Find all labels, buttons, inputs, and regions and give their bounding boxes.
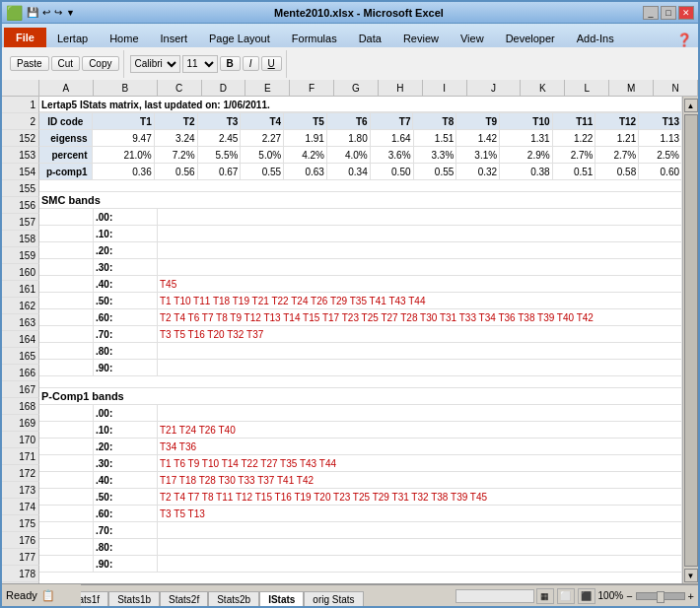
cell-r163-c[interactable]: T2 T4 T6 T7 T8 T9 T12 T13 T14 T15 T17 T2…	[158, 309, 682, 325]
sheet-tab-stats2f[interactable]: Stats2f	[160, 591, 208, 607]
cell-r2-t2[interactable]: T2	[155, 113, 198, 129]
cell-r171-a[interactable]	[39, 439, 94, 454]
vertical-scrollbar[interactable]: ▲ ▼	[682, 97, 698, 584]
tab-review[interactable]: Review	[392, 28, 450, 47]
cell-r173-b[interactable]: .40:	[94, 472, 158, 488]
font-select[interactable]: Calibri	[130, 55, 180, 73]
cell-r157-a[interactable]	[39, 209, 94, 225]
row-num-173[interactable]: 173	[2, 482, 39, 499]
cell-r2-t4[interactable]: T4	[241, 113, 284, 129]
cell-r175-c[interactable]: T3 T5 T13	[158, 506, 682, 521]
col-header-e[interactable]: E	[245, 80, 290, 96]
row-num-178[interactable]: 178	[2, 566, 39, 582]
cell-r166-rest[interactable]	[158, 360, 682, 375]
cell-r154-t9[interactable]: 0.32	[456, 164, 500, 179]
cell-r162-c[interactable]: T1 T10 T11 T18 T19 T21 T22 T24 T26 T29 T…	[158, 293, 682, 308]
col-header-i[interactable]: I	[423, 80, 467, 96]
col-header-m[interactable]: M	[609, 80, 654, 96]
row-num-157[interactable]: 157	[2, 214, 39, 231]
row-num-152[interactable]: 152	[2, 130, 39, 147]
cell-r168-pcomp1bands[interactable]: P-Comp1 bands	[39, 388, 682, 404]
cell-r153-t2[interactable]: 7.2%	[155, 147, 198, 163]
zoom-slider[interactable]	[636, 592, 685, 600]
row-num-153[interactable]: 153	[2, 147, 39, 164]
cell-r1-title[interactable]: Lertap5 IStats matrix, last updated on: …	[39, 97, 682, 112]
col-header-h[interactable]: H	[379, 80, 423, 96]
col-header-d[interactable]: D	[202, 80, 246, 96]
cell-r153-t9[interactable]: 3.1%	[456, 147, 500, 163]
page-layout-view-button[interactable]: ⬜	[557, 588, 575, 604]
sheet-tab-istats[interactable]: IStats	[259, 591, 304, 607]
italic-button[interactable]: I	[243, 56, 259, 71]
cell-r159-rest[interactable]	[158, 242, 682, 258]
row-num-159[interactable]: 159	[2, 247, 39, 264]
cell-r153-t13[interactable]: 2.5%	[639, 147, 682, 163]
row-num-167[interactable]: 167	[2, 381, 39, 398]
cell-r166-a[interactable]	[39, 360, 94, 375]
cell-r154-t6[interactable]: 0.34	[327, 164, 371, 179]
horizontal-scrollbar[interactable]	[455, 589, 534, 603]
col-header-n[interactable]: N	[654, 80, 698, 96]
row-num-166[interactable]: 166	[2, 365, 39, 381]
row-num-1[interactable]: 1	[2, 97, 39, 113]
cell-r2-t13[interactable]: T13	[639, 113, 682, 129]
cell-r172-a[interactable]	[39, 455, 94, 471]
cell-r155[interactable]	[39, 180, 682, 191]
cell-r153-t4[interactable]: 5.0%	[241, 147, 284, 163]
paste-button[interactable]: Paste	[10, 56, 49, 71]
cell-r169-a[interactable]	[39, 405, 94, 421]
cell-r161-b[interactable]: .40:	[94, 276, 158, 292]
cell-r152-t9[interactable]: 1.42	[456, 130, 500, 146]
qat-redo[interactable]: ↪	[54, 7, 62, 18]
maximize-button[interactable]: □	[661, 6, 676, 20]
cell-r152-t6[interactable]: 1.80	[327, 130, 371, 146]
cell-r164-b[interactable]: .70:	[94, 326, 158, 342]
cell-r153-t8[interactable]: 3.3%	[414, 147, 457, 163]
cell-r174-c[interactable]: T2 T4 T7 T8 T11 T12 T15 T16 T19 T20 T23 …	[158, 489, 682, 505]
underline-button[interactable]: U	[261, 56, 282, 71]
col-header-a[interactable]: A	[39, 80, 94, 96]
row-num-156[interactable]: 156	[2, 197, 39, 214]
col-header-j[interactable]: J	[467, 80, 522, 96]
cell-r153-t11[interactable]: 2.7%	[553, 147, 596, 163]
sheet-tab-stats2b[interactable]: Stats2b	[208, 591, 259, 607]
cell-r172-b[interactable]: .30:	[94, 455, 158, 471]
cell-r2-t3[interactable]: T3	[198, 113, 242, 129]
col-header-b[interactable]: B	[94, 80, 158, 96]
cell-r179[interactable]	[39, 573, 682, 583]
cell-r154-t2[interactable]: 0.56	[155, 164, 198, 179]
cut-button[interactable]: Cut	[51, 56, 81, 71]
cell-r153-t1[interactable]: 21.0%	[93, 147, 155, 163]
cell-r160-a[interactable]	[39, 259, 94, 275]
cell-r162-b[interactable]: .50:	[94, 293, 158, 308]
sheet-tab-stats1b[interactable]: Stats1b	[108, 591, 160, 607]
cell-r165-a[interactable]	[39, 343, 94, 359]
normal-view-button[interactable]: ▦	[536, 588, 554, 604]
tab-data[interactable]: Data	[348, 28, 392, 47]
cell-r152-t5[interactable]: 1.91	[284, 130, 327, 146]
cell-r159-a[interactable]	[39, 242, 94, 258]
cell-r170-a[interactable]	[39, 422, 94, 438]
tab-pagelayout[interactable]: Page Layout	[198, 28, 281, 47]
cell-r153-t5[interactable]: 4.2%	[284, 147, 327, 163]
qat-undo[interactable]: ↩	[42, 7, 50, 18]
cell-r177-b[interactable]: .80:	[94, 539, 158, 555]
row-num-174[interactable]: 174	[2, 499, 39, 515]
cell-r154-t10[interactable]: 0.38	[500, 164, 553, 179]
cell-r154-t8[interactable]: 0.55	[414, 164, 457, 179]
cell-r153-t6[interactable]: 4.0%	[327, 147, 371, 163]
cell-r152-t11[interactable]: 1.22	[553, 130, 596, 146]
cell-r170-b[interactable]: .10:	[94, 422, 158, 438]
row-num-162[interactable]: 162	[2, 298, 39, 314]
cell-r2-idcode[interactable]: ID code	[39, 113, 93, 129]
cell-r175-b[interactable]: .60:	[94, 506, 158, 521]
cell-r2-t5[interactable]: T5	[284, 113, 327, 129]
fontsize-select[interactable]: 11	[182, 55, 218, 73]
tab-lertap[interactable]: Lertap	[46, 28, 99, 47]
cell-r2-t10[interactable]: T10	[500, 113, 553, 129]
cell-r163-b[interactable]: .60:	[94, 309, 158, 325]
cell-r176-rest[interactable]	[158, 522, 682, 538]
qat-more[interactable]: ▼	[66, 8, 75, 18]
cell-r177-a[interactable]	[39, 539, 94, 555]
cell-r152-label[interactable]: eigenss	[39, 130, 93, 146]
